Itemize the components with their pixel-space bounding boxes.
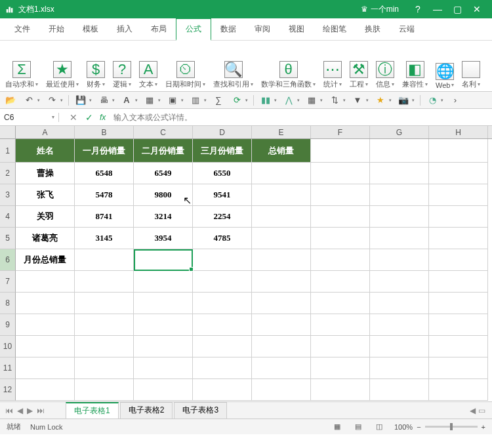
cell[interactable] <box>252 184 311 206</box>
cell[interactable] <box>429 336 488 357</box>
zoom-slider[interactable] <box>425 426 478 428</box>
cell[interactable] <box>370 184 429 206</box>
menu-模板[interactable]: 模板 <box>73 18 108 41</box>
cell[interactable] <box>429 163 488 184</box>
cell[interactable] <box>193 293 252 314</box>
formula-input[interactable] <box>108 113 492 122</box>
ribbon-查找和引用[interactable]: 🔍查找和引用▾ <box>209 43 257 89</box>
cell[interactable] <box>311 271 370 293</box>
close-button[interactable]: ✕ <box>467 4 487 14</box>
cell[interactable] <box>252 336 311 357</box>
cell[interactable] <box>370 379 429 401</box>
chart-line-icon[interactable]: ⋀ <box>282 94 295 107</box>
cell[interactable] <box>252 249 311 271</box>
row-header[interactable]: 10 <box>0 336 16 357</box>
cell[interactable]: 一月份销量 <box>75 139 134 163</box>
cell[interactable] <box>429 249 488 271</box>
row-header[interactable]: 4 <box>0 206 16 228</box>
cell[interactable] <box>429 271 488 293</box>
table-icon[interactable]: ▦ <box>305 94 318 107</box>
save-icon[interactable]: 💾 <box>74 94 87 107</box>
cell[interactable]: 三月份销量 <box>193 139 252 163</box>
cell[interactable] <box>311 357 370 379</box>
cell[interactable]: 张飞 <box>16 184 75 206</box>
row-header[interactable]: 2 <box>0 163 16 184</box>
cell[interactable] <box>370 314 429 336</box>
cell[interactable]: 9541 <box>193 184 252 206</box>
cell[interactable] <box>370 228 429 249</box>
cell[interactable] <box>252 271 311 293</box>
sheet-tab-电子表格3[interactable]: 电子表格3 <box>174 402 227 418</box>
ribbon-日期和时间[interactable]: ⏲日期和时间▾ <box>161 43 209 89</box>
cell[interactable] <box>429 184 488 206</box>
zoom-out-icon[interactable]: − <box>417 423 420 431</box>
star-icon[interactable]: ★ <box>374 94 387 107</box>
col-header-C[interactable]: C <box>134 126 193 138</box>
cell[interactable] <box>75 271 134 293</box>
cell[interactable]: 2254 <box>193 206 252 228</box>
ribbon-工程[interactable]: ⚒工程▾ <box>346 43 372 89</box>
cell[interactable]: 6548 <box>75 163 134 184</box>
ribbon-自动求和[interactable]: Σ自动求和▾ <box>1 43 42 89</box>
ribbon-兼容性[interactable]: ◧兼容性▾ <box>398 43 432 89</box>
cell[interactable] <box>252 357 311 379</box>
cell[interactable]: 二月份销量 <box>134 139 193 163</box>
cell[interactable] <box>370 139 429 163</box>
ribbon-名利[interactable]: 名利▾ <box>458 43 484 89</box>
cell[interactable] <box>16 271 75 293</box>
cell[interactable] <box>75 357 134 379</box>
col-header-B[interactable]: B <box>75 126 134 138</box>
cell[interactable] <box>16 293 75 314</box>
cell[interactable] <box>134 357 193 379</box>
cell[interactable] <box>134 314 193 336</box>
view-page-icon[interactable]: ▤ <box>352 422 364 431</box>
cell[interactable] <box>252 228 311 249</box>
row-header[interactable]: 5 <box>0 228 16 249</box>
cell[interactable]: 3145 <box>75 228 134 249</box>
cell[interactable] <box>16 357 75 379</box>
cell[interactable] <box>16 379 75 401</box>
cell[interactable]: 曹操 <box>16 163 75 184</box>
merge-icon[interactable]: ▥ <box>189 94 202 107</box>
menu-云端[interactable]: 云端 <box>390 18 424 41</box>
menu-换肤[interactable]: 换肤 <box>356 18 390 41</box>
cell[interactable] <box>193 357 252 379</box>
cell[interactable] <box>370 206 429 228</box>
more-icon[interactable]: › <box>449 94 462 107</box>
sum-icon[interactable]: ∑ <box>212 94 225 107</box>
cell[interactable] <box>75 379 134 401</box>
menu-视图[interactable]: 视图 <box>279 18 314 41</box>
cell[interactable] <box>252 293 311 314</box>
maximize-button[interactable]: ▢ <box>447 4 467 14</box>
sheet-tab-电子表格2[interactable]: 电子表格2 <box>120 402 173 418</box>
ribbon-统计[interactable]: ⋯统计▾ <box>319 43 346 89</box>
cell[interactable] <box>370 336 429 357</box>
menu-文件[interactable]: 文件 <box>5 18 39 41</box>
menu-公式[interactable]: 公式 <box>176 18 211 41</box>
minimize-button[interactable]: — <box>428 4 447 14</box>
row-header[interactable]: 6 <box>0 249 16 271</box>
cell[interactable] <box>370 249 429 271</box>
tab-nav[interactable]: ⏮◀▶⏭ <box>5 406 45 415</box>
ribbon-信息[interactable]: ⓘ信息▾ <box>372 43 398 89</box>
scroll-thumb[interactable]: ▭ <box>478 406 485 415</box>
cell[interactable] <box>311 206 370 228</box>
col-header-F[interactable]: F <box>311 126 370 138</box>
ribbon-财务[interactable]: $财务▾ <box>83 43 109 89</box>
print-icon[interactable]: 🖶 <box>97 94 110 107</box>
sort-icon[interactable]: ⇅ <box>328 94 341 107</box>
row-header[interactable]: 12 <box>0 379 16 401</box>
ribbon-Web[interactable]: 🌐Web▾ <box>432 43 458 89</box>
cell[interactable] <box>134 379 193 401</box>
ribbon-最近使用[interactable]: ★最近使用▾ <box>42 43 83 89</box>
row-header[interactable]: 7 <box>0 271 16 293</box>
cell[interactable] <box>75 293 134 314</box>
font-icon[interactable]: A <box>120 94 133 107</box>
cell[interactable] <box>134 336 193 357</box>
cell[interactable] <box>311 379 370 401</box>
cell[interactable] <box>429 228 488 249</box>
chart-pie-icon[interactable]: ◔ <box>426 94 439 107</box>
refresh-icon[interactable]: ⟳ <box>230 94 243 107</box>
name-box[interactable]: C6▾ <box>0 113 59 122</box>
view-normal-icon[interactable]: ▦ <box>331 422 343 431</box>
